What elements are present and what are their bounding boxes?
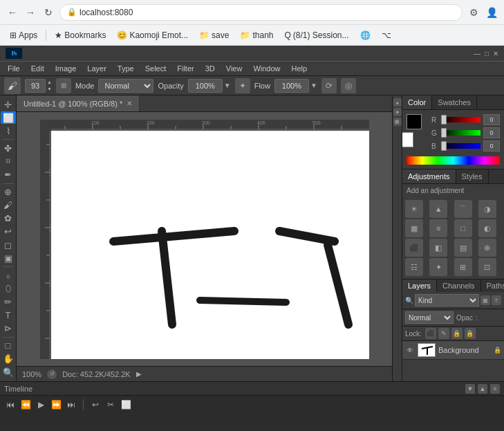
menu-file[interactable]: File: [3, 63, 25, 74]
flow-input[interactable]: [274, 79, 309, 93]
green-slider-thumb[interactable]: [441, 128, 447, 138]
photo-filter-btn[interactable]: ⬛: [405, 239, 423, 257]
pixel-filter-btn[interactable]: ▦: [480, 295, 490, 305]
github-button[interactable]: ⌥: [377, 29, 395, 42]
eraser-tool[interactable]: ◻: [1, 239, 16, 251]
red-slider[interactable]: [441, 117, 480, 122]
adjustments-tab[interactable]: Adjustments: [402, 169, 456, 183]
swatches-tab[interactable]: Swatches: [432, 95, 477, 109]
history-brush-tool[interactable]: ↩: [1, 226, 16, 238]
threshold-btn[interactable]: ✦: [429, 258, 447, 276]
color-tab[interactable]: Color: [402, 95, 432, 109]
opacity-input[interactable]: [188, 79, 223, 93]
opacity-stepper[interactable]: ▼: [224, 82, 231, 89]
hue-sat-btn[interactable]: ≡: [429, 219, 447, 237]
lock-all-btn[interactable]: 🔒: [465, 328, 476, 339]
exposure-btn[interactable]: ◑: [478, 200, 496, 218]
lock-artboard-btn[interactable]: 🔒: [451, 328, 463, 339]
airbrush-button[interactable]: ✦: [235, 78, 250, 93]
timeline-menu-btn[interactable]: ≡: [490, 384, 500, 394]
reload-button[interactable]: ↻: [41, 6, 55, 19]
styles-tab[interactable]: Styles: [456, 169, 489, 183]
brush-size-stepper[interactable]: ▲ ▼: [47, 79, 52, 93]
back-button[interactable]: ←: [6, 6, 19, 19]
menu-view[interactable]: View: [221, 63, 248, 74]
forward-button[interactable]: →: [24, 6, 37, 19]
selective-color-btn[interactable]: ⊡: [478, 258, 496, 276]
adj-panel-icon[interactable]: ◈: [393, 108, 402, 116]
brush-size-input[interactable]: [25, 79, 46, 93]
timeline-collapse-btn[interactable]: ▼: [465, 384, 475, 394]
brush-preset-button[interactable]: ⊞: [56, 78, 71, 93]
menu-filter[interactable]: Filter: [172, 63, 198, 74]
menu-image[interactable]: Image: [50, 63, 82, 74]
blue-slider[interactable]: [441, 143, 480, 149]
bookmarks-item[interactable]: ★ Bookmarks: [50, 29, 110, 42]
pen-tool[interactable]: ✏: [1, 295, 16, 308]
status-expand-button[interactable]: ▶: [136, 370, 142, 378]
paths-tab[interactable]: Paths: [481, 279, 504, 292]
crop-tool[interactable]: ⌗: [1, 155, 16, 167]
posterize-btn[interactable]: ☷: [405, 258, 423, 276]
quick-select-tool[interactable]: ✤: [1, 142, 16, 154]
foreground-swatch[interactable]: [407, 114, 422, 129]
zoom-tool[interactable]: 🔍: [1, 366, 16, 378]
brush-tool[interactable]: 🖌: [1, 199, 16, 212]
address-bar[interactable]: 🔒 localhost:8080: [59, 4, 463, 21]
ps-close-button[interactable]: ✕: [493, 50, 498, 57]
color-panel-icon[interactable]: ●: [393, 98, 402, 107]
curves-btn[interactable]: ⌒: [454, 200, 472, 218]
timeline-next-btn[interactable]: ⏩: [50, 398, 62, 411]
layers-kind-select[interactable]: Kind: [415, 294, 479, 306]
channel-mixer-btn[interactable]: ◧: [429, 239, 447, 257]
green-slider[interactable]: [441, 130, 480, 136]
brightness-contrast-btn[interactable]: ☀: [405, 200, 423, 218]
menu-layer[interactable]: Layer: [82, 63, 111, 74]
save-bookmark[interactable]: 📁 save: [195, 29, 233, 42]
invert-btn[interactable]: ⊕: [478, 239, 496, 257]
menu-3d[interactable]: 3D: [200, 63, 220, 74]
document-tab[interactable]: Untitled-1 @ 100% (RGB/8) * ✕: [17, 95, 140, 111]
zoom-icon[interactable]: ↺: [47, 369, 57, 379]
menu-help[interactable]: Help: [287, 63, 312, 74]
color-balance-btn[interactable]: □: [454, 219, 472, 237]
timeline-loop-btn[interactable]: ↩: [89, 398, 102, 411]
profile-button[interactable]: 👤: [485, 6, 498, 19]
lock-position-btn[interactable]: ✎: [438, 328, 449, 339]
eyedropper-tool[interactable]: ✒: [1, 169, 16, 181]
rectangle-select-tool[interactable]: ⬜: [1, 111, 16, 124]
timeline-to-start-btn[interactable]: ⏮: [4, 398, 17, 411]
blur-tool[interactable]: ⬦: [1, 269, 16, 282]
brush-tool-icon[interactable]: 🖌: [4, 77, 21, 94]
blend-mode-select[interactable]: Normal: [98, 79, 153, 93]
vibrance-btn[interactable]: ▦: [405, 219, 423, 237]
red-slider-thumb[interactable]: [441, 115, 447, 125]
gradient-map-btn[interactable]: ⊞: [454, 258, 472, 276]
channels-tab[interactable]: Channels: [437, 279, 480, 292]
lasso-tool[interactable]: ⌇: [1, 125, 16, 137]
blue-slider-thumb[interactable]: [441, 141, 447, 151]
layers-tab[interactable]: Layers: [402, 279, 437, 292]
type-filter-btn[interactable]: T: [492, 295, 501, 305]
layer-item-background[interactable]: 👁 Background 🔒: [402, 341, 504, 360]
menu-select[interactable]: Select: [140, 63, 171, 74]
dodge-tool[interactable]: ⬯: [1, 282, 16, 295]
ps-maximize-button[interactable]: □: [485, 50, 489, 57]
color-spectrum[interactable]: [407, 156, 500, 165]
ps-minimize-button[interactable]: —: [474, 50, 480, 57]
globe-button[interactable]: 🌐: [356, 29, 375, 42]
layer-visibility-toggle[interactable]: 👁: [405, 345, 415, 355]
move-tool[interactable]: ✛: [1, 98, 16, 111]
kaomoji-bookmark[interactable]: 😊 Kaomoji Emot...: [113, 29, 192, 42]
timeline-prev-btn[interactable]: ⏪: [19, 398, 32, 411]
menu-window[interactable]: Window: [248, 63, 285, 74]
timeline-cut-btn[interactable]: ✂: [104, 398, 117, 411]
pressure-button[interactable]: ◎: [341, 78, 356, 93]
apps-bookmark[interactable]: ⊞ Apps: [6, 29, 41, 42]
shape-tool[interactable]: □: [1, 340, 16, 352]
hand-tool[interactable]: ✋: [1, 353, 16, 365]
panel-collapse-button[interactable]: ● ◈ ▦: [392, 95, 402, 381]
session-bookmark[interactable]: Q (8/1) Session...: [280, 29, 353, 42]
timeline-expand-btn[interactable]: ▲: [478, 384, 487, 394]
color-lookup-btn[interactable]: ▤: [454, 239, 472, 257]
